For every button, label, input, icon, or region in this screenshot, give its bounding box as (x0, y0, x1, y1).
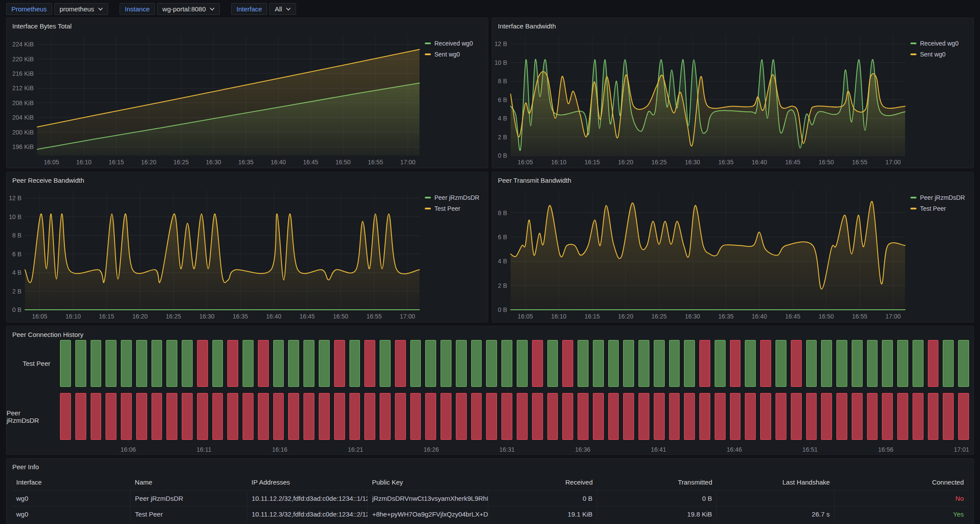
status-bar-connected (578, 340, 589, 387)
column-header-last-handshake[interactable]: Last Handshake (717, 474, 835, 490)
status-bar-connected (836, 340, 847, 387)
table-cell: 19.8 KiB (597, 506, 717, 522)
dashboard-grid: Interface Bytes Total 16:0516:1016:1516:… (0, 18, 980, 524)
panel-title[interactable]: Interface Bytes Total (7, 18, 488, 31)
column-header-transmitted[interactable]: Transmitted (597, 474, 717, 490)
svg-text:16:40: 16:40 (752, 159, 767, 166)
svg-text:16:45: 16:45 (300, 313, 315, 320)
legend-item[interactable]: Peer jRzmDsDR (910, 194, 970, 201)
table-cell: 0 B (488, 490, 597, 506)
variable-value: prometheus (60, 5, 94, 13)
panel-title[interactable]: Peer Receive Bandwidth (7, 172, 488, 185)
column-header-name[interactable]: Name (130, 474, 247, 490)
x-tick-label: 16:26 (423, 446, 439, 453)
legend-series-label: Sent wg0 (434, 51, 460, 58)
legend-item[interactable]: Peer jRzmDsDR (425, 194, 484, 201)
svg-text:16:25: 16:25 (651, 313, 666, 320)
panel-title[interactable]: Peer Info (7, 459, 973, 472)
status-bar-connected (303, 340, 314, 387)
x-tick-label: 16:16 (272, 446, 287, 453)
time-series-chart[interactable]: 16:0516:1016:1516:2016:2516:3016:3516:40… (492, 185, 909, 322)
time-series-chart[interactable]: 16:0516:1016:1516:2016:2516:3016:3516:40… (7, 185, 424, 322)
variable-select-instance[interactable]: wg-portal:8080 (157, 3, 220, 15)
column-header-connected[interactable]: Connected (834, 474, 968, 490)
variable-label-interface: Interface (231, 3, 267, 15)
svg-text:16:05: 16:05 (32, 313, 47, 320)
panel-title[interactable]: Peer Connection History (7, 326, 973, 338)
status-bar-connected (471, 340, 482, 387)
status-bar-connected (776, 340, 786, 387)
panel-peer-receive-bandwidth: Peer Receive Bandwidth 16:0516:1016:1516… (6, 172, 488, 322)
status-bar-disconnected (319, 393, 330, 440)
time-series-chart[interactable]: 16:0516:1016:1516:2016:2516:3016:3516:40… (492, 31, 909, 168)
column-header-received[interactable]: Received (488, 474, 597, 490)
status-bar-disconnected (471, 393, 482, 440)
status-bar-disconnected (258, 393, 269, 440)
legend-item[interactable]: Received wg0 (910, 40, 970, 47)
status-bar-disconnected (410, 393, 421, 440)
status-bar-disconnected (699, 393, 710, 440)
status-bar-disconnected (684, 393, 695, 440)
legend-series-label: Peer jRzmDsDR (920, 194, 965, 201)
svg-text:16:10: 16:10 (65, 313, 81, 320)
status-bar-disconnected (943, 393, 954, 440)
legend-item[interactable]: Test Peer (910, 205, 970, 212)
status-bar-disconnected (654, 393, 665, 440)
legend-item[interactable]: Test Peer (425, 205, 484, 212)
svg-text:16:40: 16:40 (271, 159, 286, 166)
status-bar-connected (958, 340, 969, 387)
x-tick-label: 16:21 (348, 446, 363, 453)
status-bar-disconnected (836, 393, 847, 440)
panel-title[interactable]: Interface Bandwidth (492, 18, 973, 31)
table-cell: 10.11.12.2/32,fdfd:d3ad:c0de:1234::1/128 (247, 490, 367, 506)
status-bar-connected (623, 340, 634, 387)
status-bar-connected (182, 340, 193, 387)
table-cell: Peer jRzmDsDR (130, 490, 247, 506)
svg-text:0 B: 0 B (498, 306, 507, 313)
table-cell: 26.7 s (717, 506, 835, 522)
variable-select-interface[interactable]: All (269, 3, 296, 15)
legend-item[interactable]: Sent wg0 (425, 51, 484, 58)
legend-item[interactable]: Received wg0 (425, 40, 484, 47)
legend-series-swatch (910, 42, 917, 44)
status-bar-connected (425, 340, 436, 387)
svg-text:16:40: 16:40 (752, 313, 767, 320)
time-series-chart[interactable]: 16:0516:1016:1516:2016:2516:3016:3516:40… (7, 31, 424, 168)
status-bar-disconnected (821, 393, 832, 440)
chart-legend: Peer jRzmDsDRTest Peer (424, 185, 488, 322)
panel-title[interactable]: Peer Transmit Bandwidth (492, 172, 973, 185)
status-bar-disconnected (212, 393, 223, 440)
svg-text:0 B: 0 B (12, 306, 21, 313)
variable-label-instance: Instance (120, 3, 155, 15)
status-bar-disconnected (806, 393, 817, 440)
variable-prometheus: Prometheus prometheus (6, 3, 108, 15)
svg-text:16:30: 16:30 (685, 313, 700, 320)
status-bar-connected (456, 340, 467, 387)
svg-text:16:50: 16:50 (818, 159, 834, 166)
status-bar-disconnected (136, 393, 147, 440)
svg-text:4 B: 4 B (12, 269, 21, 276)
svg-text:12 B: 12 B (494, 40, 507, 47)
status-bar-disconnected (562, 393, 573, 440)
variable-select-prometheus[interactable]: prometheus (54, 3, 108, 15)
svg-text:16:15: 16:15 (109, 159, 124, 166)
panel-peer-connection-history: Peer Connection History Test PeerPeer jR… (6, 326, 974, 455)
status-bar-connected (212, 340, 223, 387)
status-bar-disconnected (623, 393, 634, 440)
legend-series-label: Test Peer (920, 205, 946, 212)
svg-text:16:05: 16:05 (44, 159, 59, 166)
status-bars (60, 340, 969, 387)
column-header-ip-addresses[interactable]: IP Addresses (247, 474, 367, 490)
column-header-interface[interactable]: Interface (12, 474, 130, 490)
status-bar-connected (654, 340, 665, 387)
status-bar-connected (852, 340, 863, 387)
column-header-public-key[interactable]: Public Key (367, 474, 488, 490)
table-cell: 10.11.12.3/32,fdfd:d3ad:c0de:1234::2/128 (247, 506, 367, 522)
svg-text:17:00: 17:00 (885, 313, 901, 320)
svg-text:16:15: 16:15 (99, 313, 114, 320)
legend-item[interactable]: Sent wg0 (910, 51, 970, 58)
svg-text:2 B: 2 B (12, 288, 21, 295)
status-bar-connected (106, 340, 116, 387)
svg-text:16:35: 16:35 (233, 313, 248, 320)
svg-text:16:35: 16:35 (718, 159, 733, 166)
